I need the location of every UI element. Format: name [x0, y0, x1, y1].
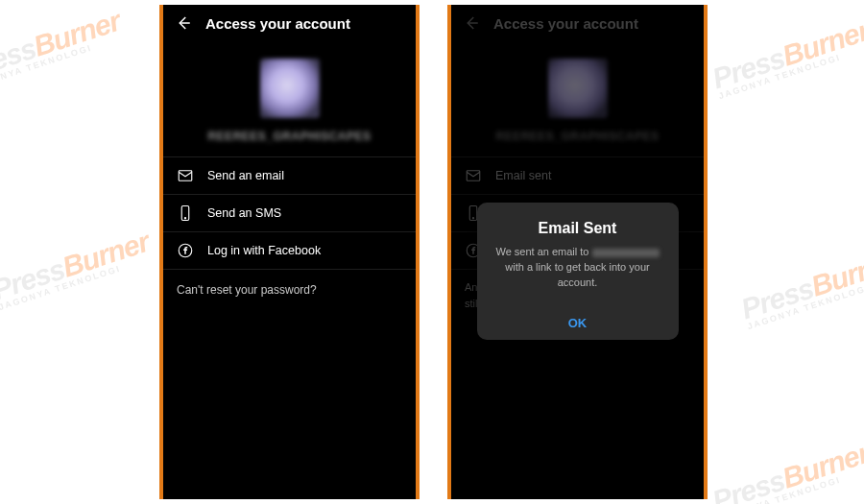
- cant-reset-link[interactable]: Can't reset your password?: [163, 270, 416, 310]
- mail-icon: [177, 167, 194, 184]
- phone-screen-left: Access your account REEREES_GRAPHISCAPES…: [163, 5, 416, 499]
- panel-border: [704, 5, 708, 499]
- option-label: Log in with Facebook: [207, 244, 321, 257]
- option-send-email[interactable]: Send an email: [163, 157, 416, 195]
- option-label: Send an email: [207, 169, 284, 182]
- svg-rect-0: [179, 171, 192, 181]
- profile-block: REEREES_GRAPHISCAPES: [163, 59, 416, 143]
- svg-point-2: [184, 218, 185, 219]
- dialog-title: Email Sent: [491, 220, 665, 237]
- stage: PressBurnerJAGONYA TEKNOLOGI PressBurner…: [0, 0, 864, 504]
- redacted-email: [592, 249, 660, 257]
- option-send-sms[interactable]: Send an SMS: [163, 195, 416, 232]
- option-label: Send an SMS: [207, 206, 281, 220]
- back-arrow-icon[interactable]: [175, 14, 192, 32]
- panel-border: [416, 5, 420, 499]
- ok-button[interactable]: OK: [491, 306, 665, 330]
- username: REEREES_GRAPHISCAPES: [207, 130, 371, 143]
- dialog-body: We sent an email to with a link to get b…: [491, 245, 665, 291]
- options-list: Send an email Send an SMS Log in with Fa…: [163, 156, 416, 270]
- phone-screen-right: Access your account REEREES_GRAPHISCAPES…: [451, 5, 704, 499]
- option-login-facebook[interactable]: Log in with Facebook: [163, 232, 416, 270]
- phone-icon: [177, 204, 194, 222]
- email-sent-dialog: Email Sent We sent an email to with a li…: [477, 203, 679, 340]
- header: Access your account: [163, 5, 416, 41]
- facebook-icon: [177, 242, 194, 259]
- page-title: Access your account: [205, 15, 350, 32]
- avatar: [260, 59, 320, 118]
